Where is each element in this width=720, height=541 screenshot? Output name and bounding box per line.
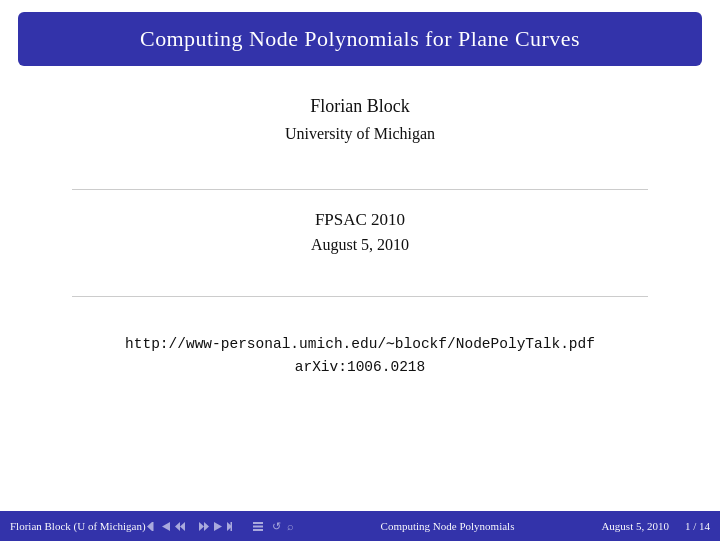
divider <box>72 189 648 190</box>
nav-prev-icon[interactable] <box>160 521 172 531</box>
footer-date: August 5, 2010 <box>601 520 669 532</box>
footer-title: Computing Node Polynomials <box>294 520 602 532</box>
svg-rect-1 <box>152 522 154 531</box>
institution: University of Michigan <box>285 125 435 143</box>
slide-title: Computing Node Polynomials for Plane Cur… <box>42 26 678 52</box>
svg-rect-12 <box>253 529 263 531</box>
search-icon[interactable]: ⌕ <box>287 520 294 532</box>
svg-rect-11 <box>253 525 263 527</box>
nav-toc-icon[interactable] <box>252 521 264 531</box>
svg-marker-2 <box>162 522 170 531</box>
footer-page: 1 / 14 <box>685 520 710 532</box>
title-bar: Computing Node Polynomials for Plane Cur… <box>18 12 702 66</box>
svg-marker-5 <box>199 522 204 531</box>
svg-marker-4 <box>180 522 185 531</box>
svg-rect-10 <box>253 522 263 524</box>
nav-first-icon[interactable] <box>146 521 158 531</box>
divider2 <box>72 296 648 297</box>
svg-marker-7 <box>214 522 222 531</box>
nav-next-section-icon[interactable] <box>198 521 210 531</box>
slide: Computing Node Polynomials for Plane Cur… <box>0 0 720 511</box>
refresh-icon[interactable]: ↺ <box>272 520 281 533</box>
nav-prev-section-icon[interactable] <box>174 521 186 531</box>
nav-controls: ↺ ⌕ <box>146 520 294 533</box>
conference: FPSAC 2010 <box>315 210 405 230</box>
main-area: Florian Block University of Michigan FPS… <box>0 66 720 511</box>
nav-next-icon[interactable] <box>212 521 224 531</box>
footer-author: Florian Block (U of Michigan) <box>10 520 146 532</box>
footer: Florian Block (U of Michigan) ↺ ⌕ Comput… <box>0 511 720 541</box>
url-section: http://www-personal.umich.edu/∼blockf/No… <box>125 333 595 379</box>
svg-rect-9 <box>230 522 232 531</box>
nav-last-icon[interactable] <box>226 521 238 531</box>
url-line: http://www-personal.umich.edu/∼blockf/No… <box>125 333 595 356</box>
svg-marker-6 <box>204 522 209 531</box>
arxiv-line: arXiv:1006.0218 <box>125 356 595 379</box>
svg-marker-3 <box>175 522 180 531</box>
svg-marker-0 <box>147 522 152 531</box>
author-name: Florian Block <box>310 96 410 117</box>
event-date: August 5, 2010 <box>311 236 409 254</box>
